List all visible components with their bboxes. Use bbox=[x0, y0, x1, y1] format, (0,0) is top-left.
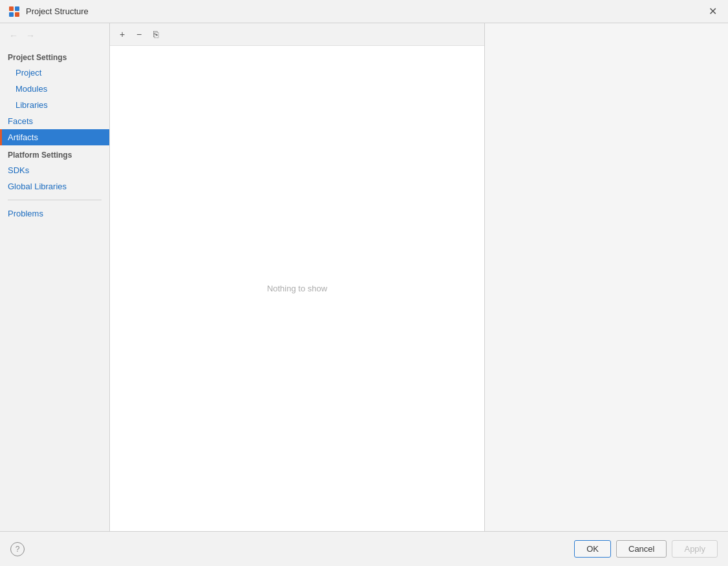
nav-arrows: ← → bbox=[0, 23, 109, 48]
back-button[interactable]: ← bbox=[6, 28, 21, 43]
sidebar-item-modules[interactable]: Modules bbox=[0, 81, 109, 97]
panel-toolbar: + − ⎘ bbox=[110, 23, 484, 46]
sidebar-divider bbox=[8, 200, 102, 200]
artifact-list-content: Nothing to show bbox=[110, 46, 484, 531]
svg-rect-2 bbox=[9, 12, 14, 17]
project-settings-label: Project Settings bbox=[0, 48, 109, 65]
svg-rect-3 bbox=[15, 12, 19, 17]
window-title: Project Structure bbox=[26, 6, 89, 16]
sidebar: ← → Project Settings Project Modules Lib… bbox=[0, 23, 110, 531]
copy-button[interactable]: ⎘ bbox=[149, 27, 163, 41]
app-icon bbox=[8, 5, 21, 18]
content-area: + − ⎘ Nothing to show bbox=[110, 23, 728, 531]
title-bar: Project Structure ✕ bbox=[0, 0, 728, 23]
platform-settings-label: Platform Settings bbox=[0, 145, 109, 162]
main-container: ← → Project Settings Project Modules Lib… bbox=[0, 23, 728, 531]
remove-button[interactable]: − bbox=[132, 27, 146, 41]
sidebar-item-facets[interactable]: Facets bbox=[0, 113, 109, 129]
sidebar-item-sdks[interactable]: SDKs bbox=[0, 162, 109, 178]
sidebar-item-project[interactable]: Project bbox=[0, 65, 109, 81]
panels-row: + − ⎘ Nothing to show bbox=[110, 23, 728, 531]
sidebar-item-artifacts[interactable]: Artifacts bbox=[0, 129, 109, 145]
cancel-button[interactable]: Cancel bbox=[616, 540, 667, 558]
bottom-bar: ? OK Cancel Apply bbox=[0, 531, 728, 566]
sidebar-item-libraries[interactable]: Libraries bbox=[0, 97, 109, 113]
help-button[interactable]: ? bbox=[10, 542, 25, 556]
left-panel: + − ⎘ Nothing to show bbox=[110, 23, 485, 531]
ok-button[interactable]: OK bbox=[574, 540, 611, 558]
sidebar-item-global-libraries[interactable]: Global Libraries bbox=[0, 178, 109, 194]
sidebar-item-problems[interactable]: Problems bbox=[0, 205, 109, 222]
empty-message: Nothing to show bbox=[267, 284, 327, 293]
close-button[interactable]: ✕ bbox=[705, 4, 720, 19]
add-button[interactable]: + bbox=[115, 27, 129, 41]
svg-rect-0 bbox=[9, 6, 14, 11]
apply-button[interactable]: Apply bbox=[672, 540, 718, 558]
svg-rect-1 bbox=[15, 6, 19, 11]
bottom-buttons: OK Cancel Apply bbox=[574, 540, 718, 558]
forward-button[interactable]: → bbox=[23, 28, 37, 43]
right-panel bbox=[485, 23, 728, 531]
